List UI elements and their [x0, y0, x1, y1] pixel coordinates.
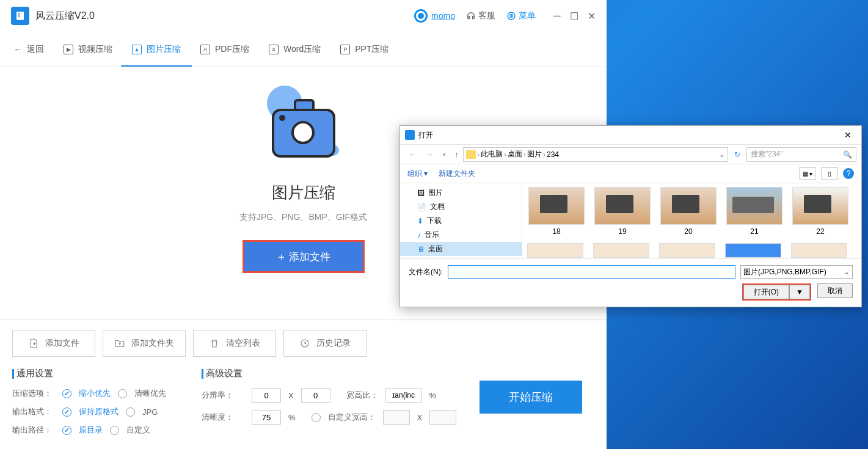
tab-video[interactable]: ▶ 视频压缩	[64, 33, 112, 66]
sidebar-documents[interactable]: 📄文档	[400, 200, 522, 214]
sidebar-desktop[interactable]: 🖥桌面	[400, 242, 522, 256]
trash-icon	[209, 338, 220, 349]
file-item[interactable]	[527, 243, 586, 258]
radio-keep-format[interactable]	[62, 407, 71, 417]
desktop-icon: 🖥	[417, 245, 425, 254]
filename-label: 文件名(N):	[409, 267, 443, 277]
action-add-file[interactable]: 添加文件	[12, 330, 95, 357]
clarity-input[interactable]	[252, 410, 281, 425]
file-item[interactable]: 19	[593, 187, 652, 236]
dialog-app-icon	[405, 130, 415, 140]
action-history[interactable]: 历史记录	[283, 330, 367, 357]
nav-forward-button[interactable]: →	[422, 149, 437, 160]
headset-icon	[466, 11, 476, 21]
music-icon: ♪	[417, 231, 421, 239]
clock-icon	[299, 338, 310, 349]
add-file-button[interactable]: ＋ 添加文件	[243, 240, 365, 273]
custom-height-input[interactable]	[429, 410, 456, 425]
user-section[interactable]: momo	[414, 9, 455, 23]
chevron-down-icon: ⌄	[844, 268, 850, 276]
resolution-width-input[interactable]	[252, 388, 281, 403]
search-input[interactable]: 搜索"234" 🔍	[746, 147, 856, 162]
titlebar: 风云压缩V2.0 momo 客服 菜单 ─ ☐ ✕	[0, 0, 607, 32]
open-button-dropdown[interactable]: ▼	[789, 285, 810, 299]
pdf-icon: A	[200, 45, 210, 54]
minimize-button[interactable]: ─	[553, 12, 561, 20]
close-button[interactable]: ✕	[587, 12, 596, 20]
menu-link[interactable]: 菜单	[506, 10, 536, 21]
file-item[interactable]	[791, 243, 850, 258]
file-open-dialog: 打开 ✕ ← → ▾ ↑ › 此电脑 › 桌面 › 图片 › 234 ⌄ ↻ 搜…	[399, 125, 862, 307]
downloads-icon: ⬇	[417, 217, 423, 225]
action-clear-list[interactable]: 清空列表	[193, 330, 276, 357]
tab-image[interactable]: ▲ 图片压缩	[132, 33, 181, 66]
dialog-titlebar: 打开 ✕	[400, 126, 861, 144]
file-item[interactable]: 22	[791, 187, 850, 236]
nav-history-dropdown[interactable]: ▾	[439, 150, 450, 159]
customer-service-link[interactable]: 客服	[466, 10, 495, 21]
help-button[interactable]: ?	[843, 168, 854, 179]
cancel-button[interactable]: 取消	[817, 283, 853, 298]
file-filter-dropdown[interactable]: 图片(JPG,PNG,BMP,GIF) ⌄	[740, 265, 853, 279]
user-avatar-icon	[414, 9, 428, 23]
thumbnail-icon	[726, 187, 782, 225]
clarity-label: 清晰度：	[202, 412, 244, 423]
dialog-title: 打开	[418, 130, 433, 141]
general-settings-header: 通用设置	[12, 368, 202, 379]
advanced-settings-header: 高级设置	[202, 368, 594, 379]
refresh-button[interactable]: ↻	[731, 149, 744, 160]
app-title: 风云压缩V2.0	[35, 10, 95, 23]
dialog-sidebar: 🖼图片 📄文档 ⬇下载 ♪音乐 🖥桌面	[400, 183, 522, 258]
file-item[interactable]: 20	[659, 187, 718, 236]
nav-back-button[interactable]: ←	[405, 149, 420, 160]
radio-custom-wh[interactable]	[312, 413, 321, 422]
radio-clarity-priority[interactable]	[118, 389, 127, 398]
file-item[interactable]	[725, 243, 784, 258]
maximize-button[interactable]: ☐	[570, 12, 578, 20]
thumbnail-icon	[527, 243, 583, 258]
start-compress-button[interactable]: 开始压缩	[480, 381, 582, 414]
file-item[interactable]: 21	[725, 187, 784, 236]
dialog-close-button[interactable]: ✕	[839, 129, 856, 141]
image-icon: ▲	[132, 45, 142, 54]
radio-jpg[interactable]	[126, 407, 135, 417]
file-item[interactable]	[659, 243, 718, 258]
sidebar-music[interactable]: ♪音乐	[400, 228, 522, 242]
thumbnail-icon	[791, 243, 847, 258]
tabbar: ← 返回 ▶ 视频压缩 ▲ 图片压缩 A PDF压缩 ≡ Word压缩 P PP…	[0, 32, 607, 67]
sidebar-pictures[interactable]: 🖼图片	[400, 186, 522, 200]
radio-size-priority[interactable]	[62, 389, 71, 398]
organize-menu[interactable]: 组织 ▾	[407, 169, 428, 179]
action-add-folder[interactable]: 添加文件夹	[103, 330, 186, 357]
tab-ppt[interactable]: P PPT压缩	[340, 33, 388, 66]
view-mode-button[interactable]: ▦ ▾	[799, 167, 816, 180]
back-button[interactable]: ← 返回	[13, 44, 44, 55]
sidebar-downloads[interactable]: ⬇下载	[400, 214, 522, 228]
custom-width-input[interactable]	[383, 410, 410, 425]
file-item[interactable]: 18	[527, 187, 586, 236]
ratio-input[interactable]	[385, 388, 422, 403]
resolution-height-input[interactable]	[301, 388, 330, 403]
tab-pdf[interactable]: A PDF压缩	[200, 33, 249, 66]
app-logo-icon	[11, 7, 29, 25]
nav-up-button[interactable]: ↑	[452, 149, 461, 160]
preview-pane-button[interactable]: ▯	[821, 167, 838, 180]
file-item[interactable]	[593, 243, 652, 258]
thumbnail-icon	[593, 243, 649, 258]
pictures-icon: 🖼	[417, 189, 425, 197]
svg-rect-2	[18, 15, 20, 16]
new-folder-button[interactable]: 新建文件夹	[439, 169, 475, 179]
chevron-down-icon[interactable]: ⌄	[719, 150, 725, 159]
radio-original-dir[interactable]	[62, 426, 71, 435]
search-icon: 🔍	[843, 150, 852, 159]
output-path-label: 输出路径：	[12, 425, 55, 436]
breadcrumb[interactable]: › 此电脑 › 桌面 › 图片 › 234 ⌄	[463, 147, 728, 162]
radio-custom-dir[interactable]	[110, 426, 119, 435]
section-subtitle: 支持JPG、PNG、BMP、GIF格式	[239, 212, 367, 223]
arrow-left-icon: ←	[13, 45, 22, 54]
filename-input[interactable]	[448, 265, 735, 279]
documents-icon: 📄	[417, 203, 426, 211]
tab-word[interactable]: ≡ Word压缩	[269, 33, 321, 66]
open-button[interactable]: 打开(O)	[743, 285, 789, 299]
ratio-label: 宽高比：	[346, 390, 378, 401]
